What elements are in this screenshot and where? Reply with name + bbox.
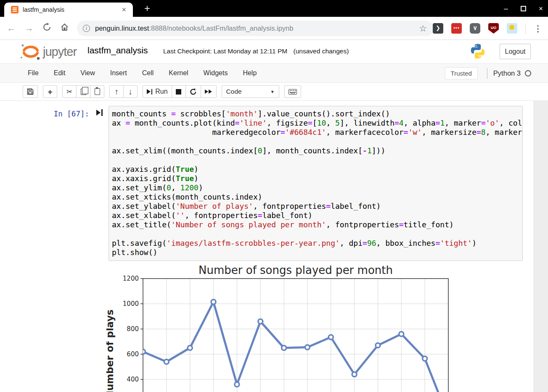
notebook-toolbar: + ✂ ↑ ↓ Run Code ▼ [0,83,548,101]
unsaved-changes-text: (unsaved changes) [294,47,349,55]
browser-tab[interactable]: lastfm_analysis × [4,3,133,17]
close-button[interactable]: × [537,5,545,12]
extension-cast-icon[interactable]: ❯ [433,23,443,34]
extension-lastpass-icon[interactable]: ••• [451,23,462,34]
cell-type-value: Code [226,88,242,95]
restart-icon [190,88,197,95]
page-background-edge [533,101,548,392]
data-marker [141,350,146,354]
menu-edit[interactable]: Edit [46,69,73,77]
trusted-badge[interactable]: Trusted [445,67,478,79]
menu-view[interactable]: View [73,69,102,77]
code-line: ax.yaxis.grid(True) [112,165,522,174]
page-info-icon[interactable]: i [83,25,90,32]
maximize-button[interactable] [521,6,526,11]
menu-insert[interactable]: Insert [103,69,135,77]
fast-forward-icon [205,89,212,94]
code-line: ax.set_xticks(month_counts.index) [112,192,522,202]
extension-row: ❯ ••• ∨ UO ⋮ [433,17,542,40]
save-icon [27,88,34,95]
code-line: ax.set_ylabel('Number of plays', fontpro… [112,202,522,211]
code-line [112,137,522,146]
menu-widgets[interactable]: Widgets [196,69,236,77]
code-line: ax.set_xlim((month_counts.index[0], mont… [112,146,522,155]
run-icon [147,89,151,94]
copy-cell-button[interactable] [76,85,90,98]
home-icon[interactable] [56,23,73,34]
data-marker [305,345,310,350]
jupyter-logo-icon [19,42,41,61]
run-label: Run [155,88,167,95]
data-marker [423,356,427,361]
menu-kernel[interactable]: Kernel [161,69,196,77]
paste-icon [95,88,100,95]
paste-cell-button[interactable] [90,85,104,98]
kernel-idle-icon [525,70,531,76]
checkpoint-text: Last Checkpoint: Last Monday at 12:11 PM [163,47,287,55]
code-line: plt.savefig('images/lastfm-scrobbles-per… [112,239,522,248]
kernel-separator [487,68,487,79]
code-line: ax = month_counts.plot(kind='line', figs… [112,118,522,128]
interrupt-kernel-button[interactable] [172,85,186,98]
new-tab-button[interactable]: + [141,3,153,13]
menu-cell[interactable]: Cell [135,69,161,77]
restart-kernel-button[interactable] [185,85,201,98]
bookmark-star-icon[interactable]: ☆ [418,24,428,34]
notebook-area: In [67]: month_counts = scrobbles['month… [0,101,548,392]
chevron-down-icon: ▼ [270,89,275,94]
reload-icon[interactable] [38,23,56,34]
notebook-menubar: File Edit View Insert Cell Kernel Widget… [0,64,548,83]
svg-text:800: 800 [127,325,139,333]
forward-icon[interactable]: → [20,23,38,34]
checkpoint-status: Last Checkpoint: Last Monday at 12:11 PM… [163,47,349,55]
chrome-window: lastfm_analysis × + – × ← → i penguin.li… [0,0,548,392]
data-marker [282,346,286,350]
jupyter-logo-text: jupyter [43,45,77,59]
stop-icon [176,89,181,95]
jupyter-favicon-icon [11,6,19,13]
data-marker [258,319,263,324]
run-button[interactable]: Run [143,85,172,98]
run-cell-cursor-icon [96,109,103,116]
command-palette-button[interactable] [284,85,301,98]
move-cell-down-button[interactable]: ↓ [123,85,138,98]
code-line: month_counts = scrobbles['month'].value_… [112,109,522,118]
browser-toolbar: ← → i penguin.linux.test:8888/notebooks/… [0,17,548,40]
move-cell-up-button[interactable]: ↑ [109,85,124,98]
logout-button[interactable]: Logout [500,44,531,59]
cell-type-select[interactable]: Code ▼ [222,85,279,98]
extension-ublock-icon[interactable]: UO [488,23,499,34]
menu-help[interactable]: Help [235,69,264,77]
restart-run-all-button[interactable] [201,85,217,98]
data-marker [328,335,333,339]
tab-close-icon[interactable]: × [119,5,129,14]
url-text[interactable]: penguin.linux.test:8888/notebooks/LastFm… [95,24,418,32]
menu-file[interactable]: File [20,69,46,77]
extension-pocket-icon[interactable]: ∨ [470,23,480,34]
keyboard-icon [289,89,297,95]
chart-title: Number of songs played per month [199,265,393,276]
input-prompt: In [67]: [0,110,89,118]
tab-title: lastfm_analysis [23,6,119,13]
back-icon[interactable]: ← [3,23,20,34]
add-cell-button[interactable]: + [43,85,57,98]
browser-menu-icon[interactable]: ⋮ [534,24,542,34]
data-marker [352,372,357,377]
minimize-button[interactable]: – [502,5,510,12]
data-marker [188,346,192,350]
jupyter-logo[interactable]: jupyter [19,42,77,61]
code-line: ax.set_title('Number of songs played per… [112,220,522,229]
svg-text:1000: 1000 [123,300,139,308]
notebook-title[interactable]: lastfm_analysis [87,45,148,55]
code-cell-editor[interactable]: month_counts = scrobbles['month'].value_… [109,106,523,261]
cell-output-chart: 40060080010001200Number of songs played … [106,265,464,392]
extension-weather-icon[interactable] [507,23,517,34]
toolbar-divider [525,23,526,34]
tab-strip: lastfm_analysis × + – × [0,0,548,17]
url-path: :8888/notebooks/LastFm/lastfm_analysis.i… [149,24,293,32]
data-marker [376,343,380,348]
svg-text:400: 400 [127,376,139,383]
cut-cell-button[interactable]: ✂ [62,85,77,98]
save-button[interactable] [23,85,38,98]
address-bar[interactable]: i penguin.linux.test:8888/notebooks/Last… [77,21,434,36]
